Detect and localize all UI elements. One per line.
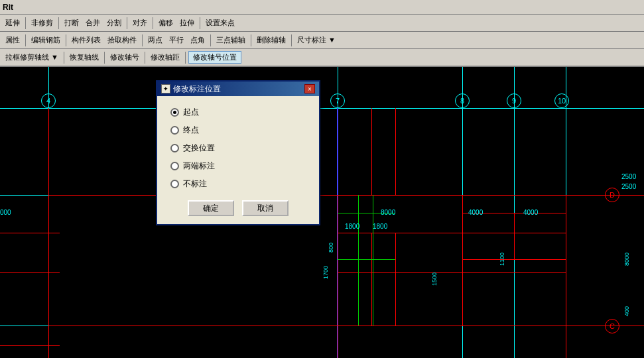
radio-end-label: 终点	[183, 125, 199, 136]
dialog-modify-annotation: ✦ 修改标注位置 × 起点 终点	[156, 80, 320, 225]
green-h-2	[338, 259, 395, 260]
dim-4000-1: 4000	[468, 209, 483, 216]
trim-axis-btn[interactable]: 拉框修剪轴线 ▼	[3, 52, 61, 63]
toolbar-row-3: 拉框修剪轴线 ▼ 恢复轴线 修改轴号 修改轴距 修改轴号位置	[0, 49, 644, 66]
two-point-btn[interactable]: 两点	[145, 34, 165, 46]
sep3	[127, 17, 127, 29]
dim-8000-mid: 8000	[381, 209, 395, 216]
red-v-line-8	[371, 233, 372, 326]
sep5	[200, 17, 200, 29]
sep7	[66, 34, 66, 46]
red-h-line-5	[0, 233, 60, 233]
axis-label-10: 10	[554, 93, 569, 108]
dim-4000-2: 4000	[523, 209, 538, 216]
axis-label-9: 9	[507, 93, 521, 108]
align-btn[interactable]: 对齐	[130, 17, 150, 29]
confirm-button[interactable]: 确定	[188, 200, 234, 216]
dim-vert-8000-right: 8000	[623, 206, 630, 266]
radio-both-circle[interactable]	[170, 162, 179, 170]
radio-both-label: 两端标注	[183, 160, 215, 172]
sep6	[25, 34, 26, 46]
parallel-btn[interactable]: 平行	[166, 34, 186, 46]
green-v-2	[373, 195, 373, 326]
component-list-btn[interactable]: 构件列表	[69, 34, 103, 46]
trim-btn[interactable]: 非修剪	[29, 17, 56, 29]
radio-both[interactable]: 两端标注	[170, 160, 306, 172]
axis-label-7: 7	[330, 93, 345, 108]
radio-end[interactable]: 终点	[170, 125, 306, 136]
red-v-line-7	[395, 108, 396, 195]
radio-start-label: 起点	[183, 107, 199, 118]
extend-btn[interactable]: 延伸	[3, 17, 23, 29]
sep8	[142, 34, 143, 46]
sep2	[58, 17, 59, 29]
radio-swap-circle[interactable]	[170, 144, 179, 152]
dim-000-far-left: 000	[0, 209, 11, 216]
radio-end-circle[interactable]	[170, 126, 179, 135]
red-v-line-4	[514, 213, 515, 259]
radio-swap-label: 交换位置	[183, 143, 215, 154]
red-h-line-9	[0, 345, 60, 346]
break-btn[interactable]: 打断	[62, 17, 82, 29]
dialog-close-label: ×	[308, 86, 312, 93]
sep10	[251, 34, 251, 46]
red-v-line-5	[566, 195, 566, 326]
red-v-line-11	[338, 326, 338, 358]
app-title-text: Rit	[3, 3, 13, 12]
red-h-line-8	[462, 259, 566, 260]
red-v-line-9	[395, 233, 396, 326]
sep4	[153, 17, 153, 29]
red-v-line-12	[566, 326, 566, 358]
split-btn[interactable]: 分割	[104, 17, 124, 29]
settings-btn[interactable]: 设置来点	[203, 17, 237, 29]
dim-vert-800: 800	[328, 226, 334, 253]
cancel-button[interactable]: 取消	[242, 200, 289, 216]
dim-vert-25000: 25000	[630, 345, 637, 358]
radio-none-circle[interactable]	[170, 180, 179, 188]
radio-swap[interactable]: 交换位置	[170, 143, 306, 154]
modify-axis-dist-btn[interactable]: 修改轴距	[148, 52, 182, 63]
radio-none[interactable]: 不标注	[170, 178, 306, 190]
red-h-line-6	[0, 272, 60, 273]
point-angle-btn[interactable]: 点角	[188, 34, 208, 46]
dialog-body: 起点 终点 交换位置 两端标注	[157, 96, 319, 224]
radio-start[interactable]: 起点	[170, 107, 306, 118]
pick-component-btn[interactable]: 拾取构件	[105, 34, 139, 46]
property-btn[interactable]: 属性	[3, 34, 23, 46]
delete-aux-btn[interactable]: 删除辅轴	[254, 34, 289, 46]
merge-btn[interactable]: 合并	[83, 17, 103, 29]
dialog-titlebar[interactable]: ✦ 修改标注位置 ×	[157, 82, 319, 96]
red-v-line-10	[48, 326, 49, 358]
sep9	[210, 34, 211, 46]
three-point-aux-btn[interactable]: 三点辅轴	[214, 34, 248, 46]
toolbar-row-2: 属性 编辑钢筋 构件列表 拾取构件 两点 平行 点角 三点辅轴 删除辅轴 尺寸标…	[0, 32, 644, 49]
dim-1800-1: 1800	[345, 223, 359, 230]
dim-1800-2: 1800	[373, 223, 387, 230]
sep14	[145, 52, 145, 64]
dialog-close-button[interactable]: ×	[304, 84, 315, 93]
red-v-line-3	[462, 195, 463, 326]
modify-axis-pos-btn[interactable]: 修改轴号位置	[188, 51, 241, 64]
dim-vert-1500: 1500	[431, 239, 438, 286]
radio-none-label: 不标注	[183, 178, 207, 190]
toolbar-row-1: 延伸 非修剪 打断 合并 分割 对齐 偏移 拉伸 设置来点	[0, 15, 644, 32]
dim-2500-top: 2500	[621, 173, 636, 180]
dim-vert-1100: 1100	[499, 226, 505, 266]
dimension-btn[interactable]: 尺寸标注 ▼	[294, 34, 338, 46]
sep13	[104, 52, 105, 64]
dialog-icon: ✦	[161, 84, 170, 93]
red-h-line-1	[48, 195, 644, 196]
modify-axis-num-btn[interactable]: 修改轴号	[107, 52, 142, 63]
axis-label-D: D	[605, 188, 619, 202]
dialog-title-text: 修改标注位置	[173, 84, 221, 95]
radio-start-circle[interactable]	[170, 108, 179, 117]
axis-label-8: 8	[455, 93, 470, 108]
restore-axis-btn[interactable]: 恢复轴线	[67, 52, 101, 63]
offset-btn[interactable]: 偏移	[156, 17, 176, 29]
dialog-title-left: ✦ 修改标注位置	[161, 84, 221, 95]
red-v-line-1	[48, 108, 49, 326]
axis-label-4: 4	[41, 93, 56, 108]
stretch-btn[interactable]: 拉伸	[177, 17, 197, 29]
edit-rebar-btn[interactable]: 编辑钢筋	[29, 34, 63, 46]
red-h-line-2	[48, 326, 644, 326]
